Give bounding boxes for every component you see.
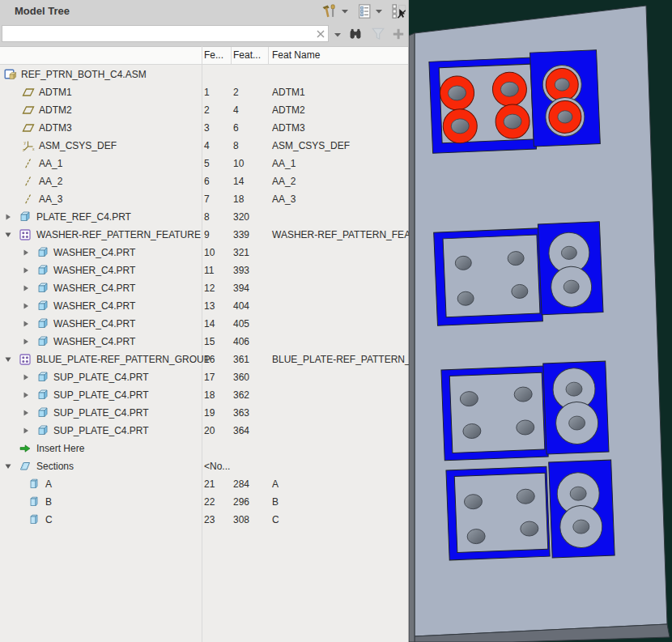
expand-arrow-icon[interactable] — [22, 391, 30, 399]
cell-feat-name: AA_3 — [272, 190, 296, 208]
tree-row-label[interactable]: WASHER_C4.PRT — [53, 279, 135, 297]
chevron-down-icon[interactable] — [341, 9, 349, 14]
expand-arrow-icon[interactable] — [22, 427, 30, 435]
tree-row[interactable]: WASHER_C4.PRT10321 — [0, 244, 408, 261]
find-binoculars-icon[interactable] — [348, 27, 363, 41]
expand-arrow-icon[interactable] — [22, 338, 30, 346]
tree-row-label[interactable]: SUP_PLATE_C4.PRT — [53, 386, 149, 404]
model-tree-panel: Model Tree — [0, 0, 409, 642]
tree-row[interactable]: WASHER-REF_PATTERN_FEATURE9339WASHER-REF… — [0, 226, 408, 244]
tree-row[interactable]: BLUE_PLATE-REF_PATTERN_GROUP16361BLUE_PL… — [0, 351, 408, 368]
tree-row-label[interactable]: WASHER_C4.PRT — [53, 261, 135, 279]
tree-row[interactable]: WASHER_C4.PRT15406 — [0, 333, 408, 351]
tree-row[interactable]: ADTM112ADTM1 — [0, 83, 408, 101]
tree-row-label[interactable]: ASM_CSYS_DEF — [39, 137, 117, 155]
tree-row-label[interactable]: AA_2 — [39, 172, 62, 190]
expand-arrow-icon[interactable] — [4, 213, 12, 221]
tree-row[interactable]: SUP_PLATE_C4.PRT19363 — [0, 404, 408, 422]
tree-row[interactable]: PLATE_REF_C4.PRT8320 — [0, 208, 408, 226]
tree-row-label[interactable]: REF_PTRN_BOTH_C4.ASM — [21, 66, 147, 83]
tree-row-label[interactable]: Sections — [36, 457, 74, 475]
cell-feat-number: 22 — [204, 493, 215, 511]
tree-row[interactable]: ADTM224ADTM2 — [0, 101, 408, 119]
tree-row[interactable]: yzxASM_CSYS_DEF48ASM_CSYS_DEF — [0, 137, 408, 155]
tools-icon[interactable] — [321, 3, 337, 19]
collapse-arrow-icon[interactable] — [4, 355, 12, 364]
cell-feat-name: ASM_CSYS_DEF — [272, 137, 350, 155]
tree-row[interactable]: Sections<No... — [0, 457, 408, 475]
search-input[interactable] — [2, 25, 329, 42]
column-feat[interactable]: Feat... — [233, 49, 261, 61]
plate-assembly[interactable] — [441, 361, 609, 461]
tree-row[interactable]: SUP_PLATE_C4.PRT18362 — [0, 386, 408, 404]
expand-arrow-icon[interactable] — [22, 373, 30, 381]
tree-row-label[interactable]: WASHER_C4.PRT — [53, 315, 135, 333]
tree-row-label[interactable]: Insert Here — [36, 440, 84, 457]
tree-row[interactable]: WASHER_C4.PRT13404 — [0, 297, 408, 315]
tree-row-label[interactable]: C — [45, 511, 53, 529]
collapse-arrow-icon[interactable] — [4, 231, 12, 239]
part-icon — [36, 371, 49, 384]
tree-row-label[interactable]: AA_1 — [39, 155, 62, 172]
tree-row-label[interactable]: SUP_PLATE_C4.PRT — [53, 422, 149, 440]
graphics-viewport[interactable] — [409, 0, 672, 642]
tree-row-label[interactable]: SUP_PLATE_C4.PRT — [53, 404, 149, 422]
tree-row-label[interactable]: ADTM3 — [39, 119, 72, 137]
datum-icon — [22, 121, 35, 134]
tree-row-label[interactable]: WASHER_C4.PRT — [53, 297, 135, 315]
tree-row[interactable]: WASHER_C4.PRT12394 — [0, 279, 408, 297]
tree-row[interactable]: Insert Here — [0, 440, 408, 457]
cell-feat-id: 14 — [233, 172, 244, 190]
tree-row[interactable]: C23308C — [0, 511, 408, 529]
chevron-down-icon[interactable] — [334, 32, 348, 47]
cell-feat-id: 394 — [233, 279, 249, 297]
plate-assembly[interactable] — [433, 222, 603, 325]
cell-feat-id: 405 — [233, 315, 249, 333]
expand-arrow-icon[interactable] — [22, 302, 30, 310]
tree-row-label[interactable]: BLUE_PLATE-REF_PATTERN_GROUP — [36, 351, 211, 368]
plate-assembly[interactable] — [446, 460, 615, 562]
chevron-down-icon[interactable] — [375, 9, 383, 14]
tree-row-label[interactable]: WASHER_C4.PRT — [53, 244, 135, 261]
expand-arrow-icon[interactable] — [22, 249, 30, 257]
tree-row-label[interactable]: B — [45, 493, 52, 511]
tree-row-label[interactable]: ADTM2 — [39, 101, 72, 119]
svg-text:y: y — [24, 140, 27, 145]
tree-row-label[interactable]: AA_3 — [39, 190, 62, 208]
tree-row-label[interactable]: SUP_PLATE_C4.PRT — [53, 368, 149, 386]
add-icon[interactable] — [391, 27, 406, 41]
tree-row[interactable]: A21284A — [0, 475, 408, 493]
filter-icon[interactable] — [371, 27, 385, 41]
tree-row[interactable]: REF_PTRN_BOTH_C4.ASM — [0, 66, 408, 83]
tree-row-label[interactable]: A — [45, 475, 52, 493]
collapse-arrow-icon[interactable] — [4, 462, 12, 470]
expand-arrow-icon[interactable] — [22, 409, 30, 417]
tree-row[interactable]: AA_1510AA_1 — [0, 155, 408, 172]
tree-settings-icon[interactable] — [356, 3, 372, 19]
tree-row[interactable]: AA_2614AA_2 — [0, 172, 408, 190]
clear-search-icon[interactable] — [316, 29, 330, 44]
expand-arrow-icon[interactable] — [22, 266, 30, 274]
column-separator[interactable] — [231, 47, 232, 65]
column-fe[interactable]: Fe... — [204, 49, 223, 61]
tree-row[interactable]: SUP_PLATE_C4.PRT17360 — [0, 368, 408, 386]
tree-row-label[interactable]: ADTM1 — [39, 83, 72, 101]
column-feat-name[interactable]: Feat Name — [272, 49, 320, 61]
expand-arrow-icon[interactable] — [22, 284, 30, 292]
tree-row[interactable]: ADTM336ADTM3 — [0, 119, 408, 137]
tree-row-label[interactable]: PLATE_REF_C4.PRT — [36, 208, 131, 226]
column-separator[interactable] — [268, 47, 269, 65]
tree-row-label[interactable]: WASHER-REF_PATTERN_FEATURE — [36, 226, 201, 244]
tree-row[interactable]: B22296B — [0, 493, 408, 511]
csys-icon: yzx — [22, 139, 35, 152]
tree-row[interactable]: AA_3718AA_3 — [0, 190, 408, 208]
tree-row-label[interactable]: WASHER_C4.PRT — [53, 333, 135, 351]
tree-row[interactable]: WASHER_C4.PRT14405 — [0, 315, 408, 333]
plate-assembly[interactable] — [429, 50, 601, 154]
cell-feat-number: 23 — [204, 511, 215, 529]
expand-arrow-icon[interactable] — [22, 320, 30, 328]
cell-feat-number: 7 — [204, 190, 210, 208]
tree-row[interactable]: WASHER_C4.PRT11393 — [0, 261, 408, 279]
tree-row[interactable]: SUP_PLATE_C4.PRT20364 — [0, 422, 408, 440]
select-options-icon[interactable] — [390, 3, 406, 19]
